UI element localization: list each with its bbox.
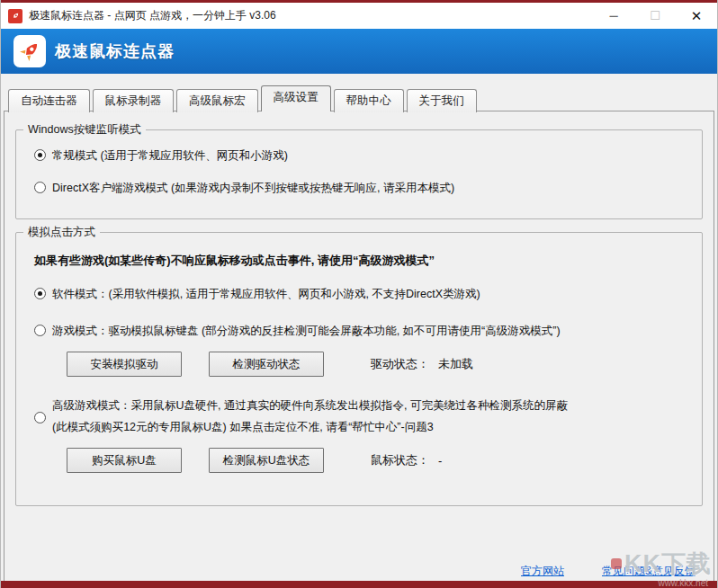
radio-game-label: 游戏模式：驱动模拟鼠标键盘 (部分游戏的反挂检测可能会屏蔽本功能, 如不可用请使… xyxy=(52,324,561,339)
tab-about-us[interactable]: 关于我们 xyxy=(407,89,477,112)
radio-advanced-label: 高级游戏模式：采用鼠标U盘硬件, 通过真实的硬件向系统发出模拟指令, 可完美绕过… xyxy=(52,398,568,435)
mouse-status-value: - xyxy=(438,454,442,468)
radio-normal-label: 常规模式 (适用于常规应用软件、网页和小游戏) xyxy=(52,148,288,164)
official-site-link[interactable]: 官方网站 xyxy=(521,564,564,579)
advanced-label-line2: (此模式须购买12元的专用鼠标U盘) 如果点击定位不准, 请看“帮忙中心”-问题… xyxy=(52,420,568,435)
tab-strip: 自动连击器 鼠标录制器 高级鼠标宏 高级设置 帮助中心 关于我们 xyxy=(1,74,717,111)
tab-advanced-macro[interactable]: 高级鼠标宏 xyxy=(176,89,258,112)
app-window: 极速鼠标连点器 - 点网页 点游戏，一分钟上手 v3.06 ─ ☐ ✕ 极速鼠标… xyxy=(0,0,718,588)
footer-links: 官方网站 常见问题&意见反馈 xyxy=(521,564,696,579)
radio-directx-mode[interactable]: DirectX客户端游戏模式 (如果游戏内录制不到按键或按热键无响应, 请采用本… xyxy=(34,181,691,196)
app-banner: 极速鼠标连点器 xyxy=(1,29,717,74)
app-icon xyxy=(8,9,22,23)
app-logo xyxy=(13,35,46,67)
radio-software-mode[interactable]: 软件模式：(采用软件模拟, 适用于常规应用软件、网页和小游戏, 不支持Direc… xyxy=(34,287,691,302)
usb-button-row: 购买鼠标U盘 检测鼠标U盘状态 鼠标状态： - xyxy=(67,448,691,473)
group-listen-title: Windows按键监听模式 xyxy=(23,122,146,138)
check-mouse-usb-button[interactable]: 检测鼠标U盘状态 xyxy=(209,448,324,473)
minimize-button[interactable]: ─ xyxy=(593,3,634,29)
driver-status-label: 驱动状态： xyxy=(371,356,429,372)
buy-mouse-usb-button[interactable]: 购买鼠标U盘 xyxy=(67,448,182,473)
radio-icon[interactable] xyxy=(34,325,46,336)
rocket-icon xyxy=(18,40,41,63)
faq-feedback-link[interactable]: 常见问题&意见反馈 xyxy=(602,564,696,579)
bottom-red-border xyxy=(1,581,717,588)
group-click-method: 模拟点击方式 如果有些游戏(如某些传奇)不响应鼠标移动或点击事件, 请使用“高级… xyxy=(15,232,703,506)
radio-directx-label: DirectX客户端游戏模式 (如果游戏内录制不到按键或按热键无响应, 请采用本… xyxy=(52,181,454,196)
window-title: 极速鼠标连点器 - 点网页 点游戏，一分钟上手 v3.06 xyxy=(29,8,276,23)
tab-auto-clicker[interactable]: 自动连击器 xyxy=(8,89,90,112)
driver-button-row: 安装模拟驱动 检测驱动状态 驱动状态： 未加载 xyxy=(67,352,691,377)
radio-icon[interactable] xyxy=(34,149,46,161)
driver-status: 驱动状态： 未加载 xyxy=(371,356,473,372)
install-driver-button[interactable]: 安装模拟驱动 xyxy=(67,352,182,377)
radio-icon[interactable] xyxy=(34,288,46,299)
radio-icon[interactable] xyxy=(34,412,46,423)
radio-icon[interactable] xyxy=(34,182,46,193)
tab-mouse-recorder[interactable]: 鼠标录制器 xyxy=(93,89,175,112)
driver-status-value: 未加载 xyxy=(438,356,473,372)
tab-help-center[interactable]: 帮助中心 xyxy=(334,89,404,112)
game-mode-notice: 如果有些游戏(如某些传奇)不响应鼠标移动或点击事件, 请使用“高级游戏模式” xyxy=(34,253,691,269)
rocket-icon-small xyxy=(10,11,21,22)
mouse-status-label: 鼠标状态： xyxy=(371,452,429,468)
group-listen-mode: Windows按键监听模式 常规模式 (适用于常规应用软件、网页和小游戏) Di… xyxy=(15,129,703,219)
banner-app-name: 极速鼠标连点器 xyxy=(55,40,175,62)
window-controls: ─ ☐ ✕ xyxy=(593,3,717,29)
check-driver-button[interactable]: 检测驱动状态 xyxy=(209,352,324,377)
settings-panel: Windows按键监听模式 常规模式 (适用于常规应用软件、网页和小游戏) Di… xyxy=(4,111,714,585)
advanced-label-line1: 高级游戏模式：采用鼠标U盘硬件, 通过真实的硬件向系统发出模拟指令, 可完美绕过… xyxy=(52,398,568,414)
mouse-status: 鼠标状态： - xyxy=(371,452,442,468)
close-button[interactable]: ✕ xyxy=(676,3,717,29)
titlebar: 极速鼠标连点器 - 点网页 点游戏，一分钟上手 v3.06 ─ ☐ ✕ xyxy=(1,3,717,29)
group-click-title: 模拟点击方式 xyxy=(23,225,100,240)
radio-software-label: 软件模式：(采用软件模拟, 适用于常规应用软件、网页和小游戏, 不支持Direc… xyxy=(52,287,480,302)
radio-game-mode[interactable]: 游戏模式：驱动模拟鼠标键盘 (部分游戏的反挂检测可能会屏蔽本功能, 如不可用请使… xyxy=(34,324,691,339)
radio-advanced-game-mode[interactable]: 高级游戏模式：采用鼠标U盘硬件, 通过真实的硬件向系统发出模拟指令, 可完美绕过… xyxy=(34,398,691,435)
radio-normal-mode[interactable]: 常规模式 (适用于常规应用软件、网页和小游戏) xyxy=(34,148,691,164)
maximize-button[interactable]: ☐ xyxy=(634,3,676,29)
tab-advanced-settings[interactable]: 高级设置 xyxy=(261,85,331,111)
